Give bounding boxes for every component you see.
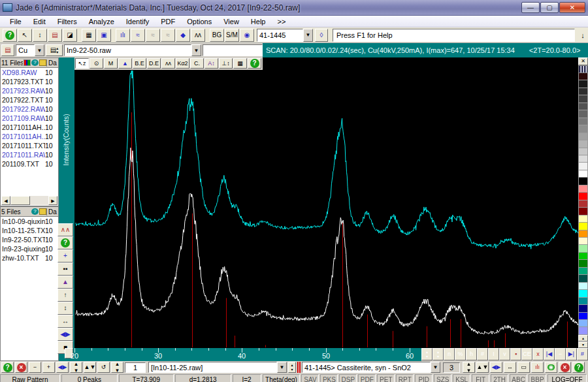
- palette-color-25[interactable]: [578, 260, 588, 267]
- normalize[interactable]: n: [444, 348, 455, 360]
- status-flag-abc[interactable]: ABC: [510, 374, 527, 382]
- file-row[interactable]: zhw-10.TXT10: [1, 253, 58, 263]
- palette-color-8[interactable]: [578, 133, 588, 140]
- status-flag-fit[interactable]: FIT: [472, 374, 489, 382]
- plus[interactable]: +: [42, 362, 55, 373]
- palette-color-26[interactable]: [578, 268, 588, 275]
- palette-color-9[interactable]: [578, 140, 588, 148]
- phase-remove[interactable]: ×: [559, 362, 571, 373]
- phase-combo[interactable]: 41-1445> Cassiterite, syn - SnO2 ▼: [302, 362, 440, 373]
- scroll-left-icon[interactable]: ◀: [1, 196, 10, 205]
- chevron-down-icon[interactable]: ▼: [191, 44, 201, 56]
- palette-color-1[interactable]: [578, 80, 588, 88]
- chart-icon[interactable]: [24, 59, 31, 66]
- expand-vert[interactable]: ↕: [57, 302, 73, 315]
- palette-color-31[interactable]: [578, 305, 588, 312]
- slider-tool[interactable]: ▭: [517, 362, 530, 373]
- scroll-up[interactable]: ↑: [57, 289, 73, 302]
- cursor-tool[interactable]: ↖: [18, 29, 32, 42]
- teardrop-tool[interactable]: ◊: [315, 29, 328, 42]
- pointer-zoom-tool[interactable]: ↖z: [75, 58, 89, 69]
- menu-item-options[interactable]: Options: [181, 16, 218, 27]
- palette-color-12[interactable]: [578, 163, 588, 170]
- palette-color-22[interactable]: [578, 238, 588, 245]
- strip-ka2[interactable]: ≈: [161, 29, 175, 42]
- empty-input[interactable]: [203, 44, 263, 56]
- overlay-file-combo[interactable]: [In10-11-25.raw] ▼: [148, 362, 287, 373]
- palette-color-17[interactable]: [578, 200, 588, 208]
- file-row[interactable]: 201109.TXT10: [1, 159, 58, 168]
- menu-item-filters[interactable]: Filters: [52, 16, 83, 27]
- print[interactable]: ▦: [82, 29, 96, 42]
- chevron-down-icon[interactable]: ▼: [277, 362, 287, 373]
- file-row[interactable]: 2017923.TXT10: [1, 77, 58, 86]
- close-icon[interactable]: ✕: [578, 57, 588, 65]
- plot-help[interactable]: ?: [248, 58, 261, 69]
- counts[interactable]: #: [477, 348, 488, 360]
- date-column-header[interactable]: Da: [46, 59, 57, 67]
- profile-fit[interactable]: ≈: [146, 29, 160, 42]
- phase-shift[interactable]: ◀▶: [490, 362, 502, 373]
- y-scale[interactable]: A↕: [204, 58, 218, 69]
- file-row[interactable]: In10-11-25.TXT10: [1, 226, 58, 235]
- menu-item-analyze[interactable]: Analyze: [83, 16, 120, 27]
- scroll-thumb[interactable]: [10, 196, 30, 205]
- help-button[interactable]: ?: [3, 29, 17, 42]
- horizontal-scrollbar[interactable]: ◀ ▶: [1, 196, 57, 205]
- file-row[interactable]: 20171011.TXT10: [1, 141, 58, 150]
- status-flag-2th[interactable]: 2TH: [491, 374, 508, 382]
- menu-item-view[interactable]: View: [218, 16, 245, 27]
- expand-arrows[interactable]: ◆: [176, 29, 190, 42]
- palette-color-27[interactable]: [578, 275, 588, 282]
- status-flag-rpt[interactable]: RPT: [396, 374, 414, 382]
- close-x[interactable]: x: [532, 348, 544, 360]
- file-row[interactable]: 2017922.TXT10: [1, 95, 58, 104]
- file-row[interactable]: XD98.RAW10: [1, 68, 58, 77]
- side-help[interactable]: ?: [57, 236, 73, 249]
- file-row[interactable]: 20171011AH...10: [1, 132, 58, 141]
- status-flag-pet[interactable]: PET: [377, 374, 395, 382]
- scan-file-combo[interactable]: In9-22-50.raw ▼: [64, 44, 201, 56]
- phase-stretch[interactable]: ▲▼: [476, 362, 489, 373]
- menu-item-[interactable]: >>: [271, 16, 291, 27]
- status-flag-pid[interactable]: PID: [415, 374, 433, 382]
- view-v[interactable]: v: [499, 348, 510, 360]
- menu-item-edit[interactable]: Edit: [27, 16, 52, 27]
- smooth[interactable]: S/M: [225, 29, 239, 42]
- status-flag-ksl[interactable]: KSL: [453, 374, 470, 382]
- intensity[interactable]: I: [488, 348, 499, 360]
- folder-icon[interactable]: [39, 208, 46, 215]
- last-frame[interactable]: ▶|: [566, 348, 577, 360]
- palette-color-15[interactable]: [578, 185, 588, 193]
- overlay-spinner[interactable]: ▴▾: [288, 362, 296, 373]
- status-flag-szs[interactable]: SZS: [434, 374, 451, 382]
- status-flag-pks[interactable]: PKS: [320, 374, 338, 382]
- file-row[interactable]: 20171011AH...10: [1, 123, 58, 132]
- menu-item-file[interactable]: File: [4, 16, 27, 27]
- status-flag-pdf[interactable]: PDF: [358, 374, 376, 382]
- open-file[interactable]: ▤: [48, 29, 62, 42]
- menu-item-pdf[interactable]: PDF: [155, 16, 181, 27]
- palette-color-14[interactable]: [578, 178, 588, 185]
- plot-area[interactable]: ↖z⊙M▲B.ED.EʌʌKα2C.A↕⊥↕▦?: [73, 57, 578, 348]
- shift-lr[interactable]: ◀▶: [56, 362, 69, 373]
- palette-color-19[interactable]: [578, 215, 588, 223]
- help-icon[interactable]: ?: [31, 208, 39, 215]
- xrd-plot-canvas[interactable]: [74, 57, 580, 348]
- spin-a[interactable]: ▴▾: [70, 362, 82, 373]
- mountain-view[interactable]: ▲: [57, 276, 73, 289]
- palette-scroll-up[interactable]: ▴: [578, 335, 588, 342]
- magnifier-tool[interactable]: ⊙: [90, 58, 103, 69]
- file-row[interactable]: In10-09-qiuxing...10: [1, 217, 58, 226]
- status-flag-bbp[interactable]: BBP: [529, 374, 546, 382]
- palette-color-21[interactable]: [578, 231, 588, 238]
- be-tool[interactable]: B.E: [133, 58, 146, 69]
- phase-spin[interactable]: ▴▾: [463, 362, 475, 373]
- page-left-right[interactable]: ◀▶: [57, 328, 73, 341]
- palette-color-18[interactable]: [578, 208, 588, 215]
- expand-horz[interactable]: ↔: [57, 315, 73, 328]
- minus-frame[interactable]: −: [555, 348, 566, 360]
- dock-arrow-icon[interactable]: ↓: [579, 31, 587, 39]
- status-flag-sav[interactable]: SAV: [301, 374, 319, 382]
- list-spinner[interactable]: ▤▴▾: [46, 44, 63, 56]
